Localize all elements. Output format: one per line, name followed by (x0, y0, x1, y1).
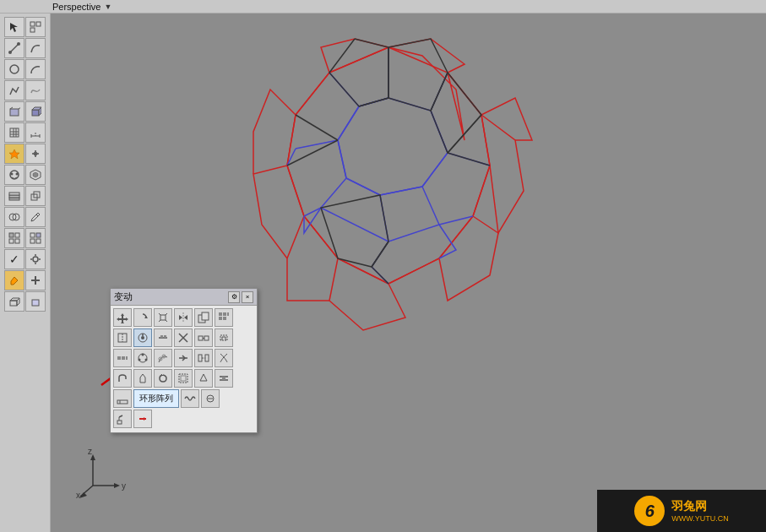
panel-move-icon[interactable] (113, 308, 132, 327)
viewport-dropdown-arrow[interactable]: ▼ (104, 3, 111, 11)
tool-box2[interactable] (25, 291, 46, 312)
svg-rect-98 (126, 356, 128, 360)
tool-arc[interactable] (25, 59, 46, 79)
tool-render[interactable] (25, 165, 46, 185)
panel-path-array-icon[interactable] (154, 349, 172, 367)
panel-align-icon[interactable] (154, 328, 172, 347)
tool-row-7 (4, 144, 46, 164)
panel-taper-icon[interactable] (133, 369, 152, 388)
panel-arrow-right-icon[interactable] (133, 410, 152, 428)
tool-paint[interactable] (4, 270, 24, 290)
tool-mesh[interactable] (4, 122, 24, 143)
svg-rect-82 (223, 317, 226, 320)
z-axis-label: z (88, 448, 92, 456)
tool-box[interactable] (4, 291, 24, 312)
panel-settings-button[interactable]: ⚙ (228, 291, 240, 303)
panel-extra2-icon[interactable] (201, 389, 220, 408)
svg-point-5 (17, 42, 20, 46)
svg-rect-52 (35, 276, 36, 285)
tool-curve[interactable] (25, 38, 46, 58)
svg-point-27 (16, 173, 19, 176)
panel-stretch-icon[interactable] (113, 328, 132, 347)
viewport-header: Perspective ▼ (0, 0, 766, 14)
panel-scale-icon[interactable] (154, 308, 172, 327)
panel-orient-icon[interactable] (113, 410, 132, 428)
svg-rect-89 (160, 335, 163, 338)
x-axis-label: x (76, 491, 80, 498)
tool-point[interactable] (25, 17, 46, 37)
tool-layer[interactable] (4, 186, 24, 206)
tool-row-3 (4, 59, 46, 79)
svg-point-87 (141, 336, 144, 339)
panel-space-icon[interactable] (194, 349, 213, 367)
watermark: 6 羽兔网 WWW.YUTU.CN (597, 490, 766, 532)
panel-row-2 (113, 328, 254, 347)
panel-array-icon[interactable] (215, 308, 233, 327)
tool-boolean[interactable] (4, 207, 24, 227)
tool-dim[interactable] (25, 122, 46, 143)
panel-copy-icon[interactable] (194, 308, 213, 327)
tool-freeform[interactable] (25, 80, 46, 100)
panel-twist-icon[interactable] (215, 349, 233, 367)
polar-array-button[interactable]: 环形阵列 (133, 389, 179, 408)
viewport-label: Perspective (52, 2, 101, 12)
panel-maelstrom-icon[interactable] (154, 369, 172, 388)
svg-rect-32 (9, 193, 19, 195)
tool-transform[interactable] (4, 144, 24, 164)
tool-object-snap[interactable] (25, 228, 46, 248)
tool-analysis[interactable] (4, 165, 24, 185)
panel-flatten-icon[interactable] (215, 369, 233, 388)
panel-bend-icon[interactable] (113, 369, 132, 388)
panel-ring-icon[interactable] (113, 389, 132, 408)
tool-edit[interactable] (25, 207, 46, 227)
panel-linear-array-icon[interactable] (113, 349, 132, 367)
tool-snap[interactable] (25, 144, 46, 164)
svg-line-72 (166, 320, 167, 322)
panel-group-icon[interactable] (194, 328, 213, 347)
panel-close-button[interactable]: × (242, 291, 253, 303)
svg-point-100 (142, 354, 144, 356)
svg-point-4 (8, 51, 12, 54)
panel-highlighted-icon[interactable] (133, 328, 152, 347)
panel-ungroup-icon[interactable] (215, 328, 233, 347)
viewport[interactable]: z y x 变动 ⚙ × (51, 14, 766, 532)
tool-row-12: ✓ (4, 249, 46, 269)
svg-rect-111 (181, 376, 186, 381)
tool-line[interactable] (4, 38, 24, 58)
svg-rect-96 (117, 356, 121, 360)
tool-select[interactable] (4, 17, 24, 37)
panel-titlebar: 变动 ⚙ × (111, 289, 257, 306)
panel-distribute-icon[interactable] (174, 328, 193, 347)
watermark-url: WWW.YUTU.CN (671, 514, 729, 523)
svg-rect-10 (32, 110, 39, 116)
panel-polar-array-icon[interactable] (133, 349, 152, 367)
svg-rect-38 (9, 233, 14, 237)
panel-cage-icon[interactable] (174, 369, 193, 388)
svg-rect-42 (30, 233, 35, 237)
tool-row-14 (4, 291, 46, 312)
svg-line-122 (119, 415, 122, 417)
panel-wave-icon[interactable] (181, 389, 199, 408)
tool-row-9 (4, 186, 46, 206)
tool-extra[interactable] (25, 270, 46, 290)
tool-row-5 (4, 101, 46, 122)
panel-content: 环形阵列 (111, 306, 257, 432)
tool-surface[interactable] (4, 101, 24, 122)
panel-mirror-icon[interactable] (174, 308, 193, 327)
tool-checkmark[interactable]: ✓ (4, 249, 24, 269)
panel-row-6 (113, 410, 254, 428)
tool-settings[interactable] (25, 249, 46, 269)
svg-rect-115 (222, 377, 225, 380)
tool-block[interactable] (25, 186, 46, 206)
svg-point-6 (10, 65, 19, 73)
svg-rect-56 (32, 300, 39, 306)
tool-circle[interactable] (4, 59, 24, 79)
tool-polyline[interactable] (4, 80, 24, 100)
tool-grid-select[interactable] (4, 228, 24, 248)
panel-rotate-icon[interactable] (133, 308, 152, 327)
3d-shape (220, 30, 557, 385)
svg-rect-94 (204, 336, 209, 340)
panel-flow-icon[interactable] (174, 349, 193, 367)
tool-solid[interactable] (25, 101, 46, 122)
panel-smash-icon[interactable] (194, 369, 213, 388)
